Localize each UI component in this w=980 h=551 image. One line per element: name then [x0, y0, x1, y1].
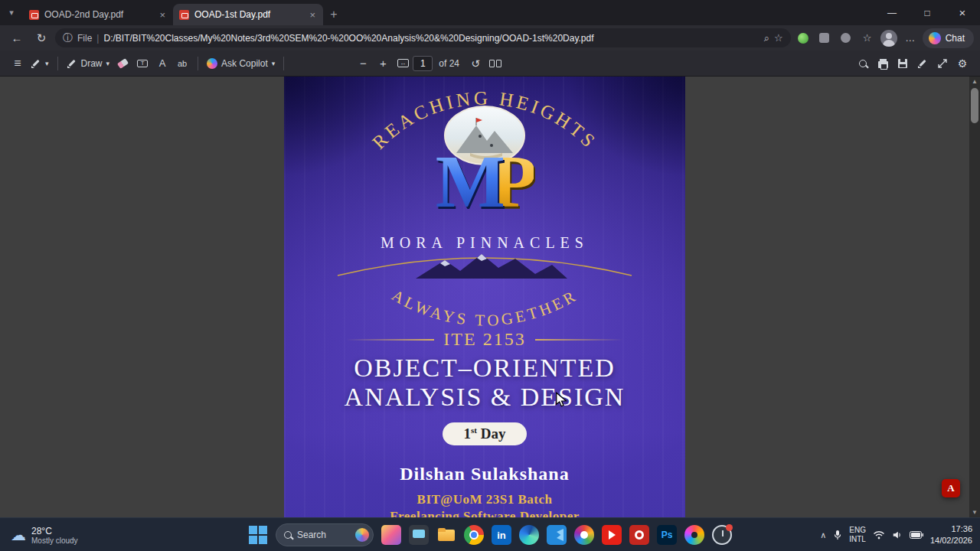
mp-logo: MP: [284, 144, 685, 219]
linkedin-icon[interactable]: in: [492, 525, 511, 545]
chevron-down-icon: ▾: [272, 60, 276, 67]
color-wheel-app-icon[interactable]: [684, 525, 704, 545]
taskbar: ☁ 28°C Mostly cloudy Search in Ps: [0, 517, 980, 551]
microphone-icon[interactable]: [833, 530, 842, 540]
chrome-icon[interactable]: [464, 525, 484, 545]
course-code: ITE 2153: [443, 329, 525, 350]
clock-widget[interactable]: 17:36 14/02/2026: [930, 523, 972, 546]
photoshop-label: Ps: [662, 530, 673, 540]
draw-button[interactable]: Draw ▾: [64, 54, 113, 73]
role-label: Freelancing Software Developer: [284, 509, 685, 517]
svg-text:ALWAYS TOGETHER: ALWAYS TOGETHER: [388, 286, 580, 330]
fit-to-width-icon[interactable]: ↔: [393, 54, 413, 73]
save-icon[interactable]: [893, 54, 913, 73]
acrobat-logo: A: [947, 482, 954, 494]
system-tray: ∧ ENG INTL 17:36 14/02/2026: [820, 518, 977, 551]
info-icon[interactable]: ⓘ: [63, 31, 73, 45]
tray-time: 17:36: [930, 523, 972, 535]
tab-ooad-1st-day[interactable]: OOAD-1st Day.pdf ×: [173, 4, 323, 25]
tab-ooad-2nd-day[interactable]: OOAD-2nd Day.pdf ×: [23, 4, 173, 25]
scroll-down-icon[interactable]: ▼: [969, 507, 980, 517]
browser-window: ▾ OOAD-2nd Day.pdf × OOAD-1st Day.pdf × …: [0, 0, 980, 551]
edge-icon[interactable]: [519, 525, 539, 545]
highlighter-icon[interactable]: ▾: [28, 54, 52, 73]
minimize-button[interactable]: —: [874, 0, 910, 25]
text-box-icon[interactable]: T: [132, 54, 152, 73]
zoom-find-icon[interactable]: ⌕: [764, 32, 769, 44]
start-button[interactable]: [248, 525, 268, 545]
url-text: D:/BIT/BIT%20Classes/My%20Notes/3rd%20SE…: [103, 33, 759, 44]
course-title-line1: OBJECT–ORIENTED: [284, 354, 685, 383]
favorites-bar-icon[interactable]: ☆: [858, 29, 877, 47]
task-view-icon[interactable]: [409, 525, 429, 545]
media-player-icon[interactable]: [629, 525, 649, 545]
search-document-icon[interactable]: [853, 54, 873, 73]
profile-avatar[interactable]: [880, 29, 898, 47]
maximize-button[interactable]: □: [910, 0, 945, 25]
course-code-row: ITE 2153: [284, 329, 685, 350]
zoom-out-icon[interactable]: −: [353, 54, 373, 73]
translate-icon[interactable]: ab: [172, 54, 192, 73]
eraser-icon[interactable]: [113, 54, 132, 73]
extension-green-icon[interactable]: [794, 29, 812, 47]
day-badge: 1st Day: [284, 422, 685, 445]
tab-title: OOAD-2nd Day.pdf: [44, 9, 152, 20]
weather-widget[interactable]: ☁ 28°C Mostly cloudy: [5, 518, 84, 551]
vscode-icon[interactable]: [547, 525, 567, 545]
rotate-icon[interactable]: ↺: [466, 54, 485, 73]
close-button[interactable]: ×: [945, 0, 980, 25]
settings-gear-icon[interactable]: ⚙: [952, 54, 972, 73]
hidden-icons-chevron[interactable]: ∧: [820, 530, 826, 540]
weather-temp: 28°C: [31, 526, 78, 536]
annotate-icon[interactable]: [913, 54, 933, 73]
extensions-puzzle-icon[interactable]: [837, 29, 855, 47]
scroll-up-icon[interactable]: ▲: [969, 77, 980, 86]
copilot-chat-button[interactable]: Chat: [923, 28, 974, 48]
photoshop-icon[interactable]: Ps: [657, 525, 677, 545]
battery-icon[interactable]: [910, 531, 923, 539]
pdf-viewport: REACHING HEIGHTS: [0, 77, 980, 517]
clock-app-icon[interactable]: [712, 525, 732, 545]
tab-close-icon[interactable]: ×: [308, 9, 317, 21]
day-suffix: st: [471, 425, 477, 435]
toc-menu-icon[interactable]: ≡: [8, 54, 28, 73]
refresh-icon[interactable]: ↻: [31, 28, 52, 48]
scrollbar[interactable]: ▲ ▼: [969, 77, 980, 517]
expand-icon: [937, 58, 948, 69]
page-total-label: of 24: [439, 58, 459, 69]
weather-desc: Mostly cloudy: [31, 536, 78, 545]
favorites-star-icon[interactable]: ☆: [774, 32, 783, 44]
fullscreen-icon[interactable]: [933, 54, 952, 73]
ask-copilot-button[interactable]: Ask Copilot ▾: [204, 54, 278, 73]
language-indicator[interactable]: ENG INTL: [849, 526, 866, 544]
page-view-icon[interactable]: [485, 54, 505, 73]
file-explorer-icon[interactable]: [436, 525, 456, 545]
scrollbar-thumb[interactable]: [971, 88, 978, 123]
volume-icon[interactable]: [892, 530, 903, 540]
tray-date: 14/02/2026: [930, 535, 972, 546]
wifi-icon[interactable]: [873, 530, 885, 540]
print-icon[interactable]: [873, 54, 893, 73]
linkedin-label: in: [497, 530, 506, 541]
settings-menu-icon[interactable]: …: [901, 29, 920, 47]
photos-icon[interactable]: [574, 525, 594, 545]
people-app-icon[interactable]: [381, 525, 401, 545]
tab-actions-icon[interactable]: ▾: [0, 0, 23, 25]
tab-close-icon[interactable]: ×: [158, 9, 167, 21]
acrobat-float-button[interactable]: A: [942, 479, 960, 497]
page-number-input[interactable]: [413, 56, 433, 71]
new-tab-button[interactable]: +: [323, 4, 345, 25]
day-word: Day: [481, 425, 506, 442]
pdf-favicon: [29, 10, 39, 20]
youtube-icon[interactable]: [602, 525, 622, 545]
read-aloud-icon[interactable]: A: [152, 54, 172, 73]
toolbar-separator: [198, 57, 198, 70]
url-field[interactable]: ⓘ File | D:/BIT/BIT%20Classes/My%20Notes…: [55, 28, 791, 47]
taskbar-center: Search in Ps: [248, 518, 732, 551]
zoom-in-icon[interactable]: +: [373, 54, 393, 73]
taskbar-search[interactable]: Search: [276, 523, 374, 546]
protocol-label: File: [77, 33, 92, 44]
pdf-favicon: [179, 10, 189, 20]
back-icon[interactable]: ←: [6, 28, 28, 48]
extension-gray-icon[interactable]: [815, 29, 834, 47]
